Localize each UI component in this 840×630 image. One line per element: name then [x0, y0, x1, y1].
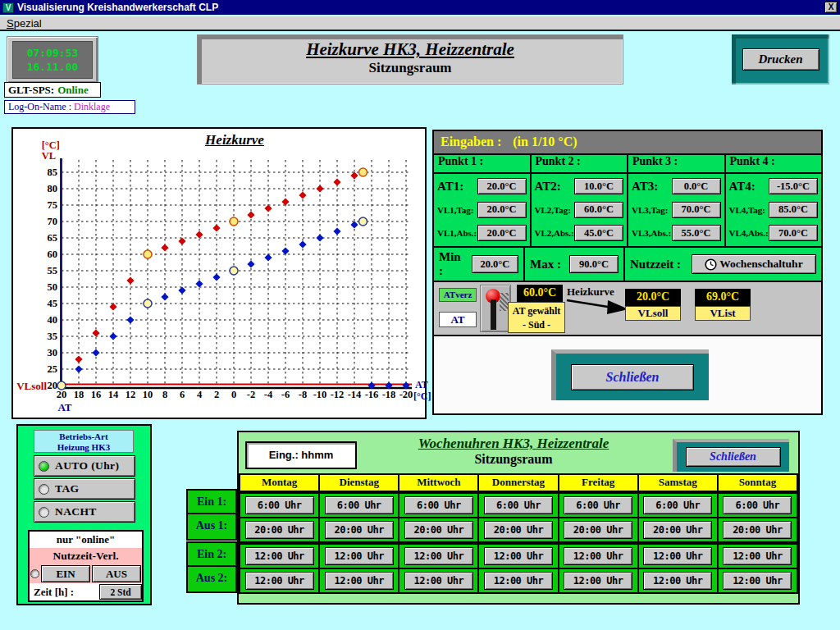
time-button[interactable]: 12:00 Uhr: [245, 547, 314, 565]
print-button[interactable]: Drucken: [742, 48, 819, 71]
betriebsart-option[interactable]: TAG: [34, 478, 135, 500]
time-button[interactable]: 12:00 Uhr: [723, 547, 792, 565]
aus-button[interactable]: AUS: [92, 565, 141, 582]
day-header-row: MontagDienstagMittwochDonnerstagFreitagS…: [239, 473, 798, 492]
time-button[interactable]: 6:00 Uhr: [325, 496, 394, 514]
max-value-button[interactable]: 90.0°C: [569, 255, 619, 273]
min-segment: Min : 20.0°C: [434, 248, 525, 281]
time-button[interactable]: 12:00 Uhr: [643, 572, 712, 590]
timer-cell: 12:00 Uhr: [559, 569, 639, 594]
time-button[interactable]: 12:00 Uhr: [404, 572, 473, 590]
nutzzeit-label: Nutzzeit :: [630, 258, 686, 272]
time-button[interactable]: 12:00 Uhr: [245, 572, 314, 590]
data-point-vorlauf-tag: [281, 198, 289, 205]
data-point-stuetzpunkte-abgesenkt: [230, 267, 238, 275]
punkt-title: Punkt 4 :: [726, 155, 822, 174]
ein-button[interactable]: EIN: [41, 565, 90, 582]
timer-cell: 6:00 Uhr: [479, 494, 559, 518]
y-tick-label: 50: [48, 281, 58, 293]
time-button[interactable]: 6:00 Uhr: [643, 496, 712, 514]
time-button[interactable]: 6:00 Uhr: [484, 496, 553, 514]
punkt-value-button[interactable]: 85.0°C: [769, 202, 818, 218]
wochenschaltuhr-button[interactable]: Wochenschaltuhr: [692, 254, 816, 274]
data-point-vorlauf-tag: [109, 303, 116, 310]
x-tick-label: 8: [162, 389, 167, 400]
punkt-value-button[interactable]: -15.0°C: [769, 178, 818, 194]
timer-cell: 12:00 Uhr: [719, 545, 798, 569]
verl-radio-indicator[interactable]: [30, 569, 39, 578]
x-tick-label: 10: [143, 389, 153, 400]
x-tick-label: -18: [382, 389, 396, 400]
close-wochenuhren-button[interactable]: Schließen: [686, 447, 781, 467]
min-value-button[interactable]: 20.0°C: [472, 255, 518, 273]
betriebsart-option[interactable]: AUTO (Uhr): [34, 455, 135, 477]
time-button[interactable]: 12:00 Uhr: [404, 547, 473, 565]
timer-cell: 12:00 Uhr: [559, 545, 639, 569]
data-point-vorlauf-abgesenkt: [247, 260, 254, 267]
time-button[interactable]: 20:00 Uhr: [325, 521, 394, 539]
at-selected-box: AT gewählt - Süd -: [508, 302, 565, 333]
time-button[interactable]: 12:00 Uhr: [484, 547, 553, 565]
time-button[interactable]: 6:00 Uhr: [404, 496, 473, 514]
betriebsart-option[interactable]: NACHT: [34, 501, 135, 523]
day-header-cell: Sonntag: [717, 473, 798, 492]
punkt-value-button[interactable]: 55.0°C: [672, 225, 721, 241]
x-tick-label: -16: [365, 389, 379, 400]
time-button[interactable]: 20:00 Uhr: [643, 521, 712, 539]
x-tick-label: 4: [197, 389, 203, 400]
wochenuhren-subtitle: Sitzungsraum: [362, 452, 665, 467]
max-segment: Max : 90.0°C: [525, 248, 625, 281]
punkt-value-button[interactable]: 20.0°C: [477, 178, 527, 194]
close-heizkurve-button[interactable]: Schließen: [571, 364, 694, 390]
y-tick-label: 85: [48, 167, 58, 178]
punkt-value-button[interactable]: 60.0°C: [574, 202, 623, 218]
punkt-value-button[interactable]: 20.0°C: [477, 202, 527, 218]
time-button[interactable]: 6:00 Uhr: [564, 496, 632, 514]
x-tick-label: 12: [126, 389, 136, 400]
punkt-value-button[interactable]: 70.0°C: [672, 202, 721, 218]
time-button[interactable]: 12:00 Uhr: [325, 572, 394, 590]
wochenuhren-title: Wochenuhren HK3, Heizzentrale: [362, 436, 665, 452]
x-tick-label: 2: [214, 389, 219, 400]
page-title: Heizkurve HK3, Heizzentrale: [198, 39, 623, 60]
y-tick-label: 35: [48, 331, 58, 342]
x-tick-label: 0: [231, 389, 236, 400]
timer-cell: 12:00 Uhr: [320, 569, 399, 594]
punkt-value-button[interactable]: 10.0°C: [574, 178, 623, 194]
betriebsart-header-line1: Betriebs-Art: [34, 431, 133, 442]
data-point-vorlauf-tag: [126, 276, 134, 284]
time-button[interactable]: 12:00 Uhr: [643, 547, 712, 565]
at-source-switch[interactable]: [480, 285, 511, 332]
time-button[interactable]: 20:00 Uhr: [484, 521, 553, 539]
time-button[interactable]: 6:00 Uhr: [245, 496, 314, 514]
punkt-rows: AT2:10.0°CVL2,Tag:60.0°CVL2,Abs.:45.0°C: [532, 174, 628, 246]
time-button[interactable]: 12:00 Uhr: [564, 572, 632, 590]
at-selected-line2: - Süd -: [509, 318, 564, 332]
time-button[interactable]: 20:00 Uhr: [245, 521, 314, 539]
punkt-value-button[interactable]: 0.0°C: [672, 178, 721, 194]
menu-item-spezial[interactable]: Spezial: [0, 17, 48, 30]
betriebsart-header: Betriebs-Art Heizung HK3: [34, 430, 134, 453]
time-button[interactable]: 12:00 Uhr: [564, 547, 632, 565]
page-subtitle: Sitzungsraum: [198, 60, 623, 76]
punkt-value-button[interactable]: 45.0°C: [574, 225, 623, 241]
time-button[interactable]: 12:00 Uhr: [484, 572, 553, 590]
data-point-stuetzpunkte-tag: [230, 217, 238, 226]
eingaben-header: Eingaben :(in 1/10 °C): [432, 130, 823, 155]
y-tick-label: 40: [48, 314, 58, 326]
punkt-value-button[interactable]: 70.0°C: [769, 225, 818, 241]
x-tick-label: -8: [299, 389, 307, 400]
punkt-value-row: VL2,Tag:60.0°C: [535, 199, 624, 221]
timer-group-a: 6:00 Uhr6:00 Uhr6:00 Uhr6:00 Uhr6:00 Uhr…: [239, 492, 798, 543]
punkt-value-button[interactable]: 20.0°C: [477, 225, 527, 241]
time-button[interactable]: 12:00 Uhr: [325, 547, 394, 565]
zeit-value-button[interactable]: 2 Std: [99, 584, 142, 600]
punkt-value-row: VL4,Abs.:70.0°C: [729, 222, 819, 244]
time-button[interactable]: 20:00 Uhr: [564, 521, 632, 539]
time-button[interactable]: 12:00 Uhr: [723, 572, 792, 590]
close-window-button[interactable]: X: [824, 2, 838, 13]
timer-cell: 12:00 Uhr: [479, 545, 559, 569]
time-button[interactable]: 20:00 Uhr: [404, 521, 473, 539]
time-button[interactable]: 6:00 Uhr: [723, 496, 792, 514]
time-button[interactable]: 20:00 Uhr: [723, 521, 792, 539]
